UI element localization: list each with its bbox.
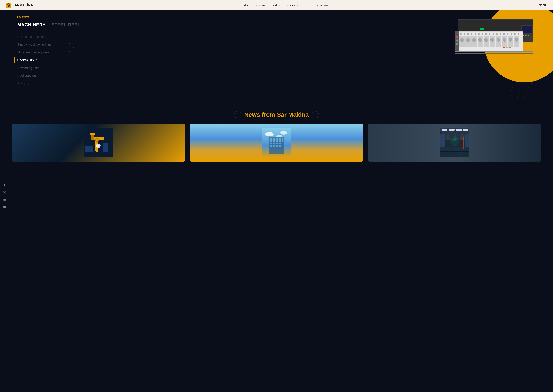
main-nav: About Products Services References News … [244, 4, 328, 7]
nav-up-button[interactable]: ↑ [69, 39, 76, 45]
tab-steel-reel[interactable]: STEEL REEL [51, 22, 81, 28]
news-header: ← News from Sar Makina → [12, 111, 541, 118]
news-prev-button[interactable]: ← [234, 111, 241, 118]
building-svg [262, 128, 291, 157]
news-section: ← News from Sar Makina → [0, 103, 553, 170]
svg-point-2 [8, 5, 9, 6]
news-card-3-image [368, 124, 541, 161]
nav-controls: ↑ ↓ [69, 39, 76, 53]
arrow-external-icon: ↗ [35, 59, 37, 62]
products-label: PRODUCTS [17, 16, 541, 18]
svg-rect-112 [462, 129, 468, 131]
news-card-1[interactable] [12, 124, 185, 161]
svg-rect-127 [463, 137, 464, 149]
nav-products[interactable]: Products [257, 4, 265, 7]
logo-icon [6, 3, 11, 8]
news-card-3[interactable] [368, 124, 541, 161]
news-card-2[interactable] [190, 124, 364, 161]
header: SARMAKİNA About Products Services Refere… [0, 0, 553, 10]
svg-rect-77 [103, 143, 108, 152]
nav-contact[interactable]: Contact Us [317, 4, 328, 7]
menu-rewinding[interactable]: Rewinding lines [17, 64, 63, 72]
news-card-2-image [190, 124, 364, 161]
products-tabs: MACHINERY STEEL REEL [17, 22, 541, 28]
svg-rect-75 [91, 134, 94, 140]
svg-rect-4 [8, 6, 9, 7]
menu-multiwire[interactable]: Multiwire drawing lines [17, 49, 63, 56]
menu-backtwists[interactable]: Backtwists ↗ [17, 56, 63, 64]
svg-rect-109 [442, 129, 448, 131]
svg-rect-106 [269, 137, 284, 154]
robot-arm-svg [84, 128, 113, 157]
flag-icon [539, 4, 542, 6]
lang-label: EN [543, 4, 546, 6]
products-section: PRODUCTS MACHINERY STEEL REEL Correcting… [0, 10, 553, 103]
menu-reel-spoolers[interactable]: Reel spoolers [17, 72, 63, 79]
news-next-button[interactable]: → [312, 111, 319, 118]
nav-about[interactable]: About [244, 4, 249, 7]
products-content: Correcting machines Singe wire drawing l… [17, 33, 541, 87]
menu-payoffs[interactable]: Pay-offs [17, 80, 63, 87]
svg-rect-76 [90, 133, 96, 135]
news-title: News from Sar Makina [244, 111, 309, 118]
news-cards [12, 124, 541, 161]
svg-point-82 [97, 145, 99, 147]
products-menu: Correcting machines Singe wire drawing l… [17, 33, 63, 87]
svg-rect-3 [8, 3, 9, 4]
chevron-down-icon: ▾ [546, 4, 547, 6]
logo-text: SARMAKİNA [12, 3, 33, 7]
svg-rect-110 [449, 129, 455, 131]
svg-point-80 [96, 139, 98, 141]
tab-machinery[interactable]: MACHINERY [17, 22, 46, 28]
svg-rect-6 [9, 5, 10, 6]
nav-down-button[interactable]: ↓ [69, 47, 76, 53]
svg-rect-5 [7, 5, 7, 6]
nav-news[interactable]: News [305, 4, 310, 7]
svg-rect-111 [456, 129, 462, 131]
svg-rect-120 [440, 151, 469, 152]
nav-references[interactable]: References [287, 4, 298, 7]
svg-rect-78 [85, 146, 93, 152]
logo[interactable]: SARMAKİNA [6, 3, 33, 8]
svg-point-85 [280, 131, 287, 134]
nav-services[interactable]: Services [272, 4, 280, 7]
menu-single-wire[interactable]: Singe wire drawing lines [17, 41, 63, 48]
svg-point-126 [453, 139, 456, 141]
language-selector[interactable]: EN ▾ [539, 4, 547, 6]
svg-point-84 [265, 132, 274, 136]
factory-svg [440, 128, 469, 157]
news-card-1-image [12, 124, 185, 161]
menu-correcting[interactable]: Correcting machines [17, 33, 63, 41]
